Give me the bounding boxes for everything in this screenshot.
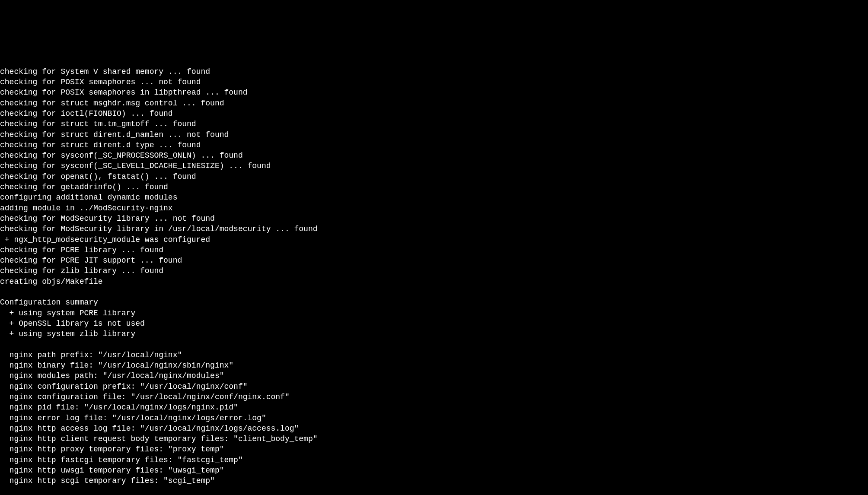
terminal-line: nginx binary file: "/usr/local/nginx/sbi… bbox=[0, 360, 868, 371]
terminal-line: checking for POSIX semaphores ... not fo… bbox=[0, 77, 868, 87]
terminal-line: checking for struct dirent.d_namlen ... … bbox=[0, 130, 868, 140]
terminal-line: checking for struct dirent.d_type ... fo… bbox=[0, 140, 868, 150]
terminal-line: checking for sysconf(_SC_LEVEL1_DCACHE_L… bbox=[0, 161, 868, 171]
terminal-line: checking for openat(), fstatat() ... fou… bbox=[0, 171, 868, 182]
terminal-line: checking for struct msghdr.msg_control .… bbox=[0, 98, 868, 108]
terminal-line: checking for ModSecurity library in /usr… bbox=[0, 224, 868, 234]
terminal-line: nginx http fastcgi temporary files: "fas… bbox=[0, 455, 868, 465]
terminal-output[interactable]: checking for System V shared memory ... … bbox=[0, 42, 868, 495]
terminal-line: nginx path prefix: "/usr/local/nginx" bbox=[0, 350, 868, 360]
terminal-line: + ngx_http_modsecurity_module was config… bbox=[0, 235, 868, 245]
terminal-line: checking for ModSecurity library ... not… bbox=[0, 213, 868, 224]
terminal-line: nginx http access log file: "/usr/local/… bbox=[0, 423, 868, 434]
terminal-line: nginx configuration file: "/usr/local/ng… bbox=[0, 392, 868, 402]
terminal-line: + using system zlib library bbox=[0, 329, 868, 339]
terminal-line: nginx http proxy temporary files: "proxy… bbox=[0, 444, 868, 454]
terminal-line: + OpenSSL library is not used bbox=[0, 318, 868, 329]
terminal-line bbox=[0, 287, 868, 297]
terminal-line: nginx http client request body temporary… bbox=[0, 434, 868, 444]
terminal-line: configuring additional dynamic modules bbox=[0, 192, 868, 203]
terminal-line: checking for PCRE JIT support ... found bbox=[0, 255, 868, 266]
terminal-line bbox=[0, 486, 868, 495]
terminal-line: nginx pid file: "/usr/local/nginx/logs/n… bbox=[0, 402, 868, 412]
terminal-line: checking for struct tm.tm_gmtoff ... fou… bbox=[0, 119, 868, 129]
terminal-line: nginx http scgi temporary files: "scgi_t… bbox=[0, 476, 868, 486]
terminal-line: + using system PCRE library bbox=[0, 308, 868, 318]
terminal-line: checking for zlib library ... found bbox=[0, 266, 868, 276]
terminal-line: nginx modules path: "/usr/local/nginx/mo… bbox=[0, 371, 868, 381]
terminal-line: nginx error log file: "/usr/local/nginx/… bbox=[0, 413, 868, 423]
terminal-line: nginx http uwsgi temporary files: "uwsgi… bbox=[0, 465, 868, 476]
terminal-line: checking for PCRE library ... found bbox=[0, 245, 868, 255]
terminal-line: checking for System V shared memory ... … bbox=[0, 67, 868, 77]
terminal-line: checking for getaddrinfo() ... found bbox=[0, 182, 868, 192]
terminal-line: checking for sysconf(_SC_NPROCESSORS_ONL… bbox=[0, 150, 868, 161]
output-lines: checking for System V shared memory ... … bbox=[0, 67, 868, 495]
terminal-line: adding module in ../ModSecurity-nginx bbox=[0, 203, 868, 213]
terminal-line: creating objs/Makefile bbox=[0, 276, 868, 287]
terminal-line: checking for ioctl(FIONBIO) ... found bbox=[0, 108, 868, 119]
terminal-line: nginx configuration prefix: "/usr/local/… bbox=[0, 381, 868, 392]
terminal-line: Configuration summary bbox=[0, 297, 868, 308]
terminal-line: checking for POSIX semaphores in libpthr… bbox=[0, 87, 868, 98]
terminal-line bbox=[0, 340, 868, 350]
